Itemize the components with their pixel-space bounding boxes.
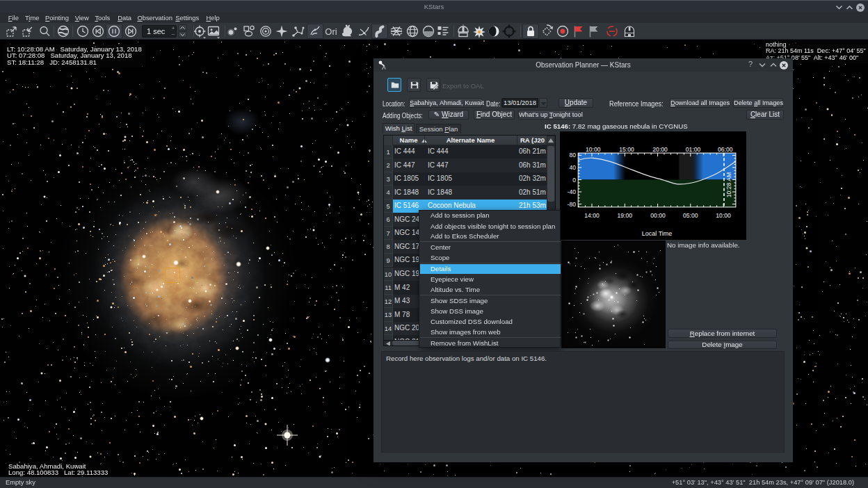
svg-text:80: 80 — [569, 152, 576, 158]
svg-text:06:00: 06:00 — [718, 146, 733, 153]
svg-text:0: 0 — [572, 177, 576, 184]
svg-text:15:00: 15:00 — [619, 146, 634, 153]
svg-text:00:00: 00:00 — [650, 212, 666, 219]
svg-text:05:00: 05:00 — [683, 212, 698, 219]
svg-text:10:00: 10:00 — [586, 146, 601, 153]
svg-text:10:28 AM: 10:28 AM — [725, 172, 732, 197]
svg-text:Ori: Ori — [325, 26, 337, 37]
svg-text:40: 40 — [569, 164, 576, 171]
svg-text:-80: -80 — [568, 201, 577, 208]
svg-text:Local Time: Local Time — [642, 230, 673, 237]
svg-text:10:00: 10:00 — [716, 212, 731, 219]
svg-text:01:00: 01:00 — [686, 146, 701, 153]
svg-text:-40: -40 — [568, 188, 577, 195]
svg-text:19:00: 19:00 — [618, 212, 633, 219]
svg-text:14:00: 14:00 — [584, 212, 600, 219]
svg-text:20:00: 20:00 — [652, 146, 668, 153]
